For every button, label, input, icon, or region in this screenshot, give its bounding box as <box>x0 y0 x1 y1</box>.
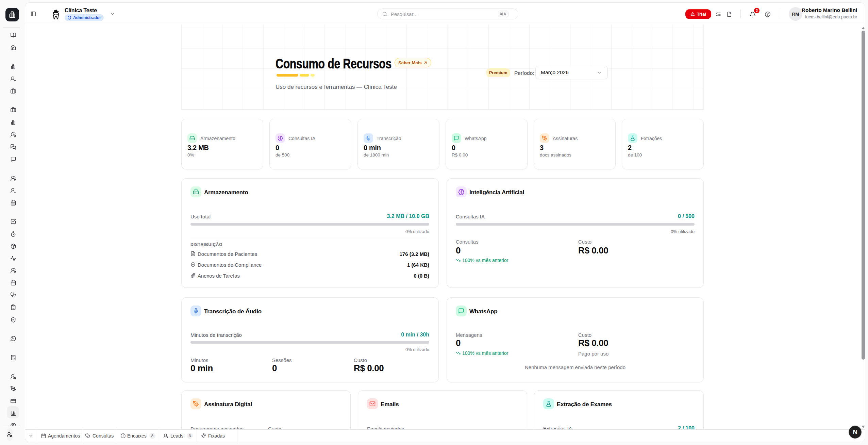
stat-sub: de 1800 min <box>364 152 389 158</box>
stat-card-extractions[interactable]: Extrações 2 de 100 <box>622 119 704 169</box>
saber-mais-button[interactable]: Saber Mais <box>395 58 431 67</box>
hero-grid-background <box>181 24 704 110</box>
sidebar-users-icon[interactable] <box>11 132 16 138</box>
card-divider <box>190 239 429 239</box>
search-input[interactable]: Pesquisar... K <box>377 9 518 19</box>
list-checks-icon[interactable] <box>716 12 721 17</box>
org-switcher[interactable]: Clínica Teste Administrador <box>65 7 104 21</box>
sidebar-user-cog-icon[interactable] <box>11 374 16 380</box>
avatar[interactable]: RM <box>789 7 802 21</box>
col-value: 0 <box>272 363 277 374</box>
sidebar-whatsapp-icon[interactable] <box>10 335 16 342</box>
empty-note: Nenhuma mensagem enviada neste período <box>447 364 703 370</box>
card-title: Inteligência Artificial <box>469 189 524 196</box>
stat-value: 0 <box>452 144 455 152</box>
stat-card-whatsapp[interactable]: WhatsApp 0 R$ 0.00 <box>446 119 528 169</box>
sidebar-messages-icon[interactable] <box>11 144 16 150</box>
sidebar-profile-icon[interactable] <box>11 423 16 426</box>
pen-tool-icon <box>190 398 201 409</box>
help-icon[interactable] <box>765 12 771 17</box>
org-chevron-icon[interactable] <box>111 12 115 16</box>
tab-encaixes-badge: 8 <box>149 433 155 439</box>
org-role-label: Administrador <box>73 15 101 20</box>
quota-note: 0% utilizado <box>671 229 695 234</box>
sidebar-calendar-icon[interactable] <box>11 280 16 286</box>
trend-label: 100% vs mês anterior <box>462 350 508 356</box>
sidebar-toggle-icon[interactable] <box>31 11 36 17</box>
user-plus-icon <box>164 433 169 439</box>
page-title: Consumo de Recursos <box>276 56 391 71</box>
stat-card-ai[interactable]: Consultas IA 0 de 500 <box>269 119 351 169</box>
search-shortcut: K <box>498 11 508 17</box>
col-sub: Pago por uso <box>578 351 608 357</box>
scrollbar-thumb[interactable] <box>862 31 865 360</box>
sidebar-briefcase-icon[interactable] <box>11 88 16 94</box>
scrollbar-up-arrow[interactable] <box>862 27 865 29</box>
period-select[interactable]: Março 2026 <box>535 66 608 79</box>
dist-value: 1 (64 KB) <box>407 262 429 268</box>
sidebar-clipboard-icon[interactable] <box>11 304 16 310</box>
message-square-icon <box>452 133 461 143</box>
file-icon[interactable] <box>727 12 732 17</box>
trial-badge[interactable]: Trial <box>685 9 711 19</box>
stat-card-storage[interactable]: Armazenamento 3.2 MB 0% <box>181 119 263 169</box>
sidebar-team-icon[interactable] <box>11 268 16 274</box>
stat-card-transcription[interactable]: Transcrição 0 min de 1800 min <box>357 119 439 169</box>
sidebar-user-plus-icon[interactable] <box>11 76 16 82</box>
bottombar-separator <box>82 430 82 442</box>
col-value: R$ 0.00 <box>578 245 608 256</box>
clock-icon <box>121 433 126 439</box>
stat-sub: 0% <box>187 152 194 158</box>
rail-divider-top <box>3 27 20 28</box>
stat-value: 0 min <box>364 144 381 152</box>
sidebar-package-icon[interactable] <box>11 244 16 249</box>
col-value: 0 <box>456 338 461 348</box>
hard-drive-icon <box>190 186 201 197</box>
sidebar-guide-icon[interactable] <box>11 32 16 38</box>
storage-progress-bar <box>190 223 429 226</box>
user-name: Roberto Marino Bellini <box>802 7 857 13</box>
left-icon-rail <box>0 0 25 445</box>
sidebar-patients-icon[interactable] <box>11 176 16 181</box>
sidebar-home-icon[interactable] <box>11 45 16 51</box>
sidebar-stethoscope-icon[interactable] <box>11 292 16 298</box>
sidebar-briefcase2-icon[interactable] <box>11 107 16 113</box>
tab-fixadas[interactable]: Fixadas <box>208 433 225 439</box>
period-label: Período: <box>514 70 534 76</box>
sidebar-pen-tool-icon[interactable] <box>11 386 16 392</box>
sidebar-leads-icon[interactable] <box>11 188 16 194</box>
notification-badge: 2 <box>753 7 760 14</box>
trend-label: 100% vs mês anterior <box>462 258 508 263</box>
sidebar-billing-icon[interactable] <box>11 398 16 404</box>
sidebar-calculator-icon[interactable] <box>11 355 16 361</box>
quota-ratio: 0 min / 30h <box>401 332 429 338</box>
select-chevron-icon <box>597 70 602 75</box>
storage-card: Armazenamento Uso total 3.2 MB / 10.0 GB… <box>181 178 439 288</box>
sidebar-reports-icon[interactable] <box>11 411 16 416</box>
stat-card-signatures[interactable]: Assinaturas 3 docs assinados <box>534 119 616 169</box>
sidebar-message-icon[interactable] <box>11 156 16 162</box>
premium-badge: Premium <box>486 68 510 77</box>
user-email: lucas.bellini@edu.pucrs.br <box>802 14 857 19</box>
rail-user-cog-icon[interactable] <box>7 432 12 437</box>
stethoscope-icon <box>85 433 90 439</box>
tab-encaixes[interactable]: Encaixes <box>127 433 147 439</box>
nextjs-dev-button[interactable]: N <box>849 426 862 439</box>
sidebar-clinic-icon[interactable] <box>11 64 16 70</box>
sidebar-tasks-icon[interactable] <box>11 219 16 225</box>
tab-agendamentos[interactable]: Agendamentos <box>48 433 80 439</box>
tab-consultas[interactable]: Consultas <box>93 433 114 439</box>
sidebar-building-icon[interactable] <box>11 120 16 126</box>
sidebar-compliance-icon[interactable] <box>11 317 16 323</box>
app-logo[interactable] <box>5 8 19 21</box>
sidebar-activity-icon[interactable] <box>11 256 16 262</box>
sidebar-agenda-icon[interactable] <box>11 200 16 206</box>
bottombar-separator <box>160 430 160 442</box>
calendar-icon <box>41 433 46 439</box>
sidebar-timer-icon[interactable] <box>11 231 16 237</box>
stat-sub: docs assinados <box>540 152 571 158</box>
org-name: Clínica Teste <box>65 7 104 14</box>
bottombar-collapse-icon[interactable] <box>29 433 34 439</box>
tab-leads[interactable]: Leads <box>170 433 183 439</box>
scrollbar-down-arrow[interactable] <box>862 426 865 428</box>
